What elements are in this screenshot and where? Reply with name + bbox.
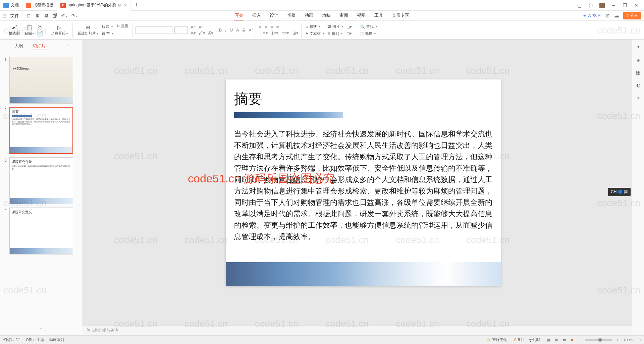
font-color-icon[interactable]: A▾ (191, 31, 196, 36)
align-justify-icon[interactable]: ≡ (276, 25, 279, 30)
line-spacing-icon[interactable]: ‡≡▾ (282, 31, 289, 36)
cut-icon[interactable]: ✂ (37, 24, 43, 30)
copy-icon[interactable]: 📄 (37, 31, 43, 37)
sidebar-tab-slides[interactable]: 幻灯片 (31, 42, 47, 50)
text-direction-icon[interactable]: ⊞▾ (292, 31, 299, 36)
maximize-icon[interactable]: ❐ (622, 3, 628, 8)
close-tab-icon[interactable]: × (124, 3, 127, 8)
clear-format-icon[interactable]: A̸▾ (208, 31, 213, 36)
textbox-button[interactable]: A 文本框▾ (304, 31, 325, 37)
ribbon-review[interactable]: 审阅 (339, 11, 349, 20)
ribbon-start[interactable]: 开始 (234, 11, 244, 20)
panel-effect-icon[interactable]: ✧ (634, 94, 642, 102)
slide[interactable]: 摘要 当今社会进入了科技进步、经济社会快速发展的新时代。国际信息和学术交流也不断… (226, 79, 501, 286)
status-comments[interactable]: 💬 批注 (529, 337, 542, 342)
share-button[interactable]: ⤴ 分享 (623, 12, 641, 19)
search-icon[interactable]: ⊙ (605, 12, 610, 19)
status-beautify[interactable]: ✨ 智能美化 (486, 337, 507, 342)
hamburger-icon[interactable]: ☰ (3, 13, 7, 18)
format-painter-button[interactable]: 🖌 格式刷 (7, 23, 22, 37)
print-icon[interactable]: 🖶 (44, 13, 49, 18)
ime-indicator[interactable]: CH 🔵 简 (608, 188, 631, 196)
ribbon-slideshow[interactable]: 放映 (321, 11, 331, 20)
ribbon-member[interactable]: 会员专享 (391, 11, 410, 20)
superscript-icon[interactable]: X² (249, 27, 253, 33)
ribbon-animation[interactable]: 动画 (304, 11, 314, 20)
paste-button[interactable]: 📋 粘贴▾ (22, 23, 36, 37)
ribbon-transition[interactable]: 切换 (286, 11, 297, 20)
file-menu[interactable]: 文件 (10, 13, 19, 19)
decrease-font-icon[interactable]: A⁻ (199, 25, 204, 30)
new-tab-button[interactable]: + (130, 2, 142, 9)
highlight-icon[interactable]: 🖍▾ (199, 31, 205, 36)
layout-button[interactable]: 版式▾ (101, 23, 115, 30)
bold-icon[interactable]: B (219, 27, 222, 33)
reset-button[interactable]: ↻ 重置 (115, 23, 130, 29)
bullets-icon[interactable]: ⋮≡▾ (259, 31, 268, 36)
export-icon[interactable]: 🖻 (35, 13, 40, 18)
add-slide-button[interactable]: + (0, 322, 82, 335)
align-left-icon[interactable]: ≡ (259, 25, 261, 30)
play-current-button[interactable]: ▷ 当页开始▾ (49, 23, 70, 37)
slide-thumb-4[interactable]: 课题研究意义 (9, 208, 73, 254)
wps-ai-button[interactable]: ✦ WPS AI (583, 13, 601, 18)
panel-template-icon[interactable]: ▦ (634, 68, 642, 76)
slide-canvas[interactable]: 摘要 当今社会进入了科技进步、经济社会快速发展的新时代。国际信息和学术交流也不断… (82, 40, 644, 325)
status-notes[interactable]: 📝 备注 (512, 337, 525, 342)
font-size-input[interactable] (174, 26, 188, 34)
find-button[interactable]: 🔍 查找▾ (359, 23, 378, 30)
slide-title[interactable]: 摘要 (234, 90, 492, 108)
select-button[interactable]: ⬚ 选择▾ (359, 31, 378, 37)
ribbon-design[interactable]: 设计 (269, 11, 279, 20)
fill-button[interactable]: ▢▾ (345, 24, 353, 30)
cloud-icon[interactable]: ☁ (614, 12, 619, 19)
section-button[interactable]: ⊟ 节▾ (101, 31, 115, 37)
arrange-button[interactable]: ⊞ 排列▾ (326, 31, 344, 37)
strikethrough-icon[interactable]: A (236, 27, 239, 33)
close-window-icon[interactable]: ✕ (634, 3, 639, 8)
panel-ai-icon[interactable]: ✦ (634, 43, 642, 51)
align-center-icon[interactable]: ≡ (265, 25, 267, 30)
undo-icon[interactable]: ↶▾ (61, 13, 67, 18)
tab-ppt[interactable]: P springboot基于JAVA的外卖 ⊡ × (57, 0, 130, 11)
tab-template[interactable]: 找稻壳模板 (22, 0, 57, 11)
minimize-icon[interactable]: ─ (611, 3, 616, 8)
image-button[interactable]: 🖼 图片▾ (326, 23, 344, 30)
zoom-in-icon[interactable]: + (616, 338, 619, 342)
italic-icon[interactable]: I (225, 27, 226, 33)
panel-design-icon[interactable]: ◈ (634, 56, 642, 64)
zoom-level[interactable]: 100% (624, 338, 633, 342)
strike-icon[interactable]: S̶ (243, 27, 245, 33)
align-right-icon[interactable]: ≡ (270, 25, 273, 30)
cube-icon[interactable]: ⬡ (588, 3, 593, 8)
view-reading-icon[interactable]: ▭ (563, 338, 566, 342)
shape-button[interactable]: ◇ 形状▾ (304, 23, 325, 30)
slide-thumb-1[interactable]: 外卖系统ppt (9, 57, 73, 104)
save-icon[interactable]: 🗋 (26, 13, 31, 18)
redo-icon[interactable]: ↷▾ (71, 13, 77, 18)
preview-icon[interactable]: 🗐 (53, 13, 57, 18)
view-normal-icon[interactable]: ▦ (547, 338, 550, 342)
outline-button[interactable]: ▢▾ (345, 31, 353, 36)
new-slide-button[interactable]: ⊞ 新建幻灯片▾ (75, 23, 100, 37)
ribbon-insert[interactable]: 插入 (252, 11, 262, 20)
collapse-sidebar-icon[interactable]: ‹ (67, 42, 68, 50)
zoom-slider[interactable] (585, 339, 612, 341)
increase-font-icon[interactable]: A⁺ (191, 25, 196, 30)
tab-dropdown-icon[interactable]: ⊡ (118, 3, 121, 7)
slide-body[interactable]: 当今社会进入了科技进步、经济社会快速发展的新时代。国际信息和学术交流也不断加强，… (234, 128, 492, 243)
tab-doc[interactable]: 文档 (0, 0, 22, 11)
notes-bar[interactable]: 单击此处添加备注 (82, 325, 644, 335)
panel-material-icon[interactable]: ◐ (634, 81, 642, 89)
slide-thumb-2[interactable]: 摘要 当今社会进入了科技进步、经济社会快速发展的新时代。国际信息和学术交流也不断… (9, 107, 73, 154)
avatar-icon[interactable] (599, 3, 605, 8)
font-family-input[interactable] (136, 26, 172, 34)
zoom-out-icon[interactable]: − (578, 338, 580, 342)
numbering-icon[interactable]: 1≡▾ (271, 31, 279, 36)
view-slideshow-icon[interactable]: ▶ (571, 338, 574, 342)
ribbon-tools[interactable]: 工具 (374, 11, 384, 20)
ribbon-view[interactable]: 视图 (356, 11, 366, 20)
view-sorter-icon[interactable]: ⊞ (555, 338, 558, 342)
panel-icon[interactable]: ▢ (577, 3, 582, 8)
sidebar-tab-outline[interactable]: 大纲 (13, 42, 24, 50)
